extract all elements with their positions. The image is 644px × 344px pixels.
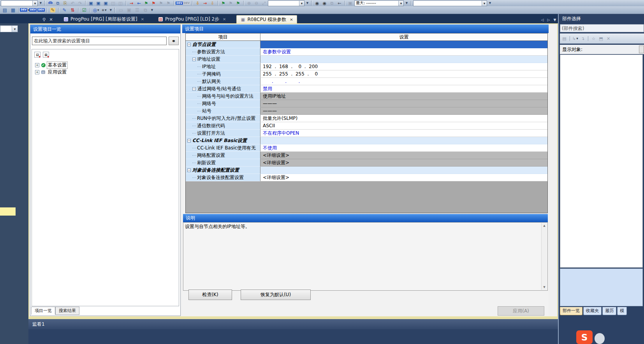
item-cell[interactable]: −通过网络号/站号通信	[186, 85, 260, 93]
docked-combo-box[interactable]: ▼	[0, 25, 18, 32]
dev-display-off-icon[interactable]: DEV	[183, 0, 190, 6]
dev-batch-icon[interactable]: DEV	[37, 7, 45, 13]
document-tab-0[interactable]: ▤ProgPou [PRG] [局部标签设置]✕	[60, 15, 148, 23]
find-device-icon[interactable]: ▣	[102, 0, 109, 6]
tree-collapse-all-icon[interactable]: ⊟▼	[34, 52, 40, 58]
cursor-search-icon[interactable]: ⌖▼	[100, 7, 108, 13]
element-list[interactable]	[560, 54, 643, 268]
toolbar-overflow-icon[interactable]: ▼	[39, 0, 43, 6]
ime-logo[interactable]: S	[576, 330, 593, 344]
setting-value-cell[interactable]: 192 . 168 . 0 . 200	[260, 63, 547, 70]
item-cell[interactable]: −自节点设置	[186, 41, 260, 48]
nav-left-icon[interactable]: ◁	[539, 16, 545, 23]
chevron-down-icon[interactable]: ▼	[398, 1, 403, 6]
item-cell[interactable]: 子网掩码	[186, 70, 260, 78]
element-tab-1[interactable]: 收藏夹	[583, 307, 602, 315]
left-bottom-tab-1[interactable]: 搜索结果	[55, 307, 79, 315]
row-expander-icon[interactable]: −	[187, 168, 191, 172]
description-scrollbar[interactable]: ▲ ▼	[541, 223, 547, 290]
find-prev-icon[interactable]: ◫	[110, 0, 116, 6]
item-cell[interactable]: 通信数据代码	[186, 122, 260, 130]
setting-value-cell[interactable]: . . .	[260, 78, 547, 85]
application-settings-icon[interactable]: ▤	[41, 70, 46, 74]
tree-item-1[interactable]: +▤应用设置	[35, 68, 178, 75]
folder-new-icon[interactable]: ⬒	[598, 36, 604, 41]
toolbar-overflow-icon[interactable]: ▼	[109, 7, 113, 13]
pou-delete-icon[interactable]: ↴	[579, 36, 586, 41]
step-run-icon[interactable]: ◉	[314, 0, 320, 6]
search-button[interactable]: ⚭	[169, 37, 179, 45]
scroll-up-icon[interactable]: ▲	[542, 223, 547, 228]
dev-display-icon[interactable]: DEV	[176, 0, 183, 6]
setting-value-cell[interactable]	[260, 167, 547, 174]
tab-close-icon[interactable]: ✕	[223, 17, 226, 21]
apply-button[interactable]: 应用(A)	[498, 306, 544, 316]
zoom-in-icon[interactable]: ⊕	[246, 0, 252, 6]
basic-settings-icon[interactable]: ✔	[41, 63, 46, 67]
favorite-star-icon[interactable]: ☆	[590, 36, 597, 41]
setting-value-cell[interactable]: 批量允许(SLMP)	[260, 115, 547, 122]
online-monitor-icon[interactable]: ⚑	[220, 0, 227, 6]
parameter-edit-icon[interactable]: ✎	[49, 7, 56, 13]
document-tab-1[interactable]: ▥ProgPou [PRG] [LD] 2步✕	[155, 15, 229, 23]
window-cascade-icon[interactable]: ▣	[347, 0, 354, 6]
setting-value-cell[interactable]: ASCII	[260, 122, 547, 130]
tree-item-0[interactable]: +✔基本设置	[35, 61, 178, 68]
transfer-write-icon[interactable]: →	[202, 0, 208, 6]
tab-close-icon[interactable]: ✕	[141, 17, 144, 21]
paste-special-icon[interactable]: ⧉	[329, 0, 335, 6]
pin-icon[interactable]: ⚲	[40, 16, 48, 23]
item-cell[interactable]: 站号	[186, 107, 260, 115]
row-expander-icon[interactable]: −	[187, 43, 191, 46]
setting-value-cell[interactable]: 使用IP地址	[260, 93, 547, 100]
toolbar-combo-box[interactable]: 最大: -------▼	[354, 0, 404, 6]
item-cell[interactable]: −IP地址设置	[186, 56, 260, 63]
tab-close-icon[interactable]: ✕	[290, 18, 293, 22]
module-add-icon[interactable]: ▤	[561, 36, 568, 41]
chevron-down-icon[interactable]: ▼	[12, 26, 18, 32]
item-cell[interactable]: 默认网关	[186, 78, 260, 85]
setting-value-cell[interactable]	[260, 56, 547, 63]
toolbar-combo-box[interactable]: ▼	[268, 0, 304, 6]
item-cell[interactable]: 刷新设置	[186, 159, 260, 167]
label-editor-icon[interactable]: ▤	[63, 17, 69, 22]
tree-expander-icon[interactable]: +	[35, 63, 39, 67]
redo-icon[interactable]: ↷	[77, 0, 83, 6]
item-cell[interactable]: 网络号与站号的设置方法	[186, 93, 260, 100]
binoculars-icon[interactable]: db	[47, 0, 54, 6]
dev-monitor-icon[interactable]: ◎▼	[92, 7, 100, 13]
chevron-down-icon[interactable]: ▼	[299, 1, 304, 6]
display-target-dropdown[interactable]	[639, 46, 644, 53]
watch-stop-icon[interactable]: ⚑	[150, 0, 157, 6]
setting-value-cell[interactable]: 255 . 255 . 255 . 0	[260, 70, 547, 78]
setting-search-input[interactable]	[32, 37, 167, 45]
scroll-down-icon[interactable]: ▼	[542, 284, 547, 290]
setting-value-cell[interactable]: ———	[260, 107, 547, 115]
item-cell[interactable]: 网络号	[186, 100, 260, 107]
cross-ref-icon[interactable]: ⧉	[142, 7, 149, 13]
item-cell[interactable]: 参数设置方法	[186, 48, 260, 56]
watch-prev-icon[interactable]: ⚑	[158, 0, 164, 6]
online-lock-icon[interactable]: ⚑	[235, 0, 241, 6]
toolbar-combo-box[interactable]: ▼	[1, 0, 38, 6]
row-expander-icon[interactable]: −	[192, 87, 196, 91]
setting-value-cell[interactable]: ———	[260, 100, 547, 107]
undo-icon[interactable]: ↶	[69, 0, 76, 6]
nav-menu-icon[interactable]: ▼	[552, 16, 558, 23]
setting-value-cell[interactable]: 禁用	[260, 85, 547, 93]
nav-right-icon[interactable]: ▷	[545, 16, 552, 23]
paste-icon[interactable]: ⎘	[62, 0, 69, 6]
toolbar-overflow-icon[interactable]: ▼	[305, 0, 310, 6]
setting-value-cell[interactable]: <详细设置>	[260, 152, 547, 159]
item-cell[interactable]: CC-Link IEF Basic使用有无	[186, 144, 260, 152]
toolbar-combo-box[interactable]: ▼	[413, 0, 487, 6]
element-search-input[interactable]	[560, 25, 644, 32]
setting-value-cell[interactable]: 不使用	[260, 144, 547, 152]
item-cell[interactable]: RUN中的写入允许/禁止设置	[186, 115, 260, 122]
setting-value-cell[interactable]: 在参数中设置	[260, 48, 547, 56]
chevron-down-icon[interactable]: ▼	[32, 1, 37, 6]
step-back-icon[interactable]: ←	[336, 0, 343, 6]
item-cell[interactable]: −对象设备连接配置设置	[186, 167, 260, 174]
tree-expander-icon[interactable]: +	[35, 70, 39, 74]
ime-secondary-icon[interactable]	[595, 333, 605, 344]
